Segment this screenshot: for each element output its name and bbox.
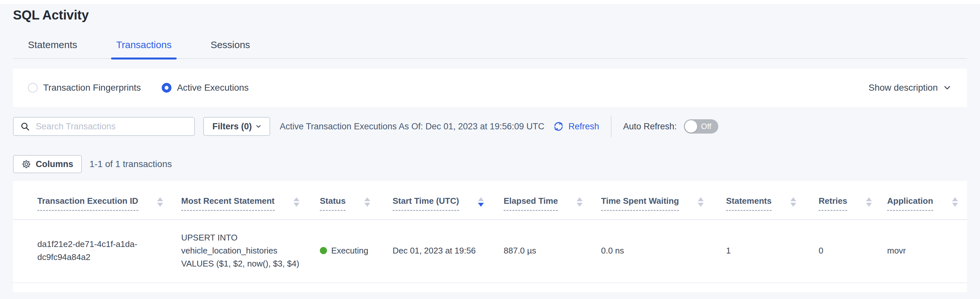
cell-statements: 1 [726,220,819,283]
cell-start-time: Dec 01, 2023 at 19:56 [393,220,504,283]
radio-circle-selected[interactable] [162,83,172,93]
filters-button[interactable]: Filters (0) [203,117,270,136]
tab-sessions[interactable]: Sessions [205,39,255,58]
sort-icon [952,197,958,207]
controls-row: Filters (0) Active Transaction Execution… [13,117,967,136]
column-header-start-time[interactable]: Start Time (UTC) [393,196,484,211]
cell-most-recent-statement: UPSERT INTO vehicle_location_histories V… [181,220,320,283]
auto-refresh-label: Auto Refresh: [623,122,677,132]
toggle-state-label: Off [701,122,711,131]
sort-icon [577,197,582,207]
sort-icon [294,197,299,207]
radio-active-executions[interactable]: Active Executions [162,83,249,93]
refresh-button[interactable]: Refresh [553,121,599,132]
sort-icon [698,197,704,207]
sort-icon-active-desc [478,197,484,207]
tab-bar: Statements Transactions Sessions [13,39,967,59]
toggle-knob [685,120,697,133]
cell-elapsed-time: 887.0 µs [504,220,601,283]
show-description-button[interactable]: Show description [869,83,951,93]
columns-button[interactable]: Columns [13,155,82,173]
search-input[interactable] [36,122,188,132]
cell-transaction-execution-id: da1f21e2-de71-4c1f-a1da-dc9fc94a84a2 [13,220,181,283]
page-header: SQL Activity Statements Transactions Ses… [0,4,980,59]
page-title: SQL Activity [13,8,967,22]
column-header-statements[interactable]: Statements [726,196,796,211]
search-box[interactable] [13,117,195,136]
auto-refresh-toggle[interactable]: Off [684,119,718,134]
column-header-most-recent-statement[interactable]: Most Recent Statement [181,196,299,211]
sort-icon [866,197,872,207]
column-header-retries[interactable]: Retries [819,196,872,211]
tab-statements[interactable]: Statements [23,39,83,58]
filters-button-label: Filters (0) [212,122,252,132]
vertical-divider [611,116,611,137]
sort-icon [364,197,370,207]
result-count: 1-1 of 1 transactions [90,159,172,169]
column-header-elapsed-time[interactable]: Elapsed Time [504,196,582,211]
top-strip [0,0,980,4]
column-header-status[interactable]: Status [320,196,370,211]
cell-time-spent-waiting: 0.0 ns [601,220,726,283]
refresh-label: Refresh [568,122,599,132]
transactions-table-card: Transaction Execution ID Most Recent Sta… [13,181,967,292]
column-header-transaction-execution-id[interactable]: Transaction Execution ID [37,196,163,211]
cell-status: Executing [320,220,393,283]
auto-refresh-control: Auto Refresh: Off [623,119,718,134]
table-header-row: Transaction Execution ID Most Recent Sta… [13,181,967,220]
as-of-text: Active Transaction Executions As Of: Dec… [280,122,544,132]
status-executing-dot-icon [320,247,327,254]
column-header-time-spent-waiting[interactable]: Time Spent Waiting [601,196,704,211]
radio-label: Active Executions [177,83,249,93]
view-mode-radio-group: Transaction Fingerprints Active Executio… [28,83,269,93]
chevron-down-icon [256,124,261,129]
sort-icon [791,197,796,207]
search-icon [20,122,30,131]
transactions-table: Transaction Execution ID Most Recent Sta… [13,181,967,283]
status-label: Executing [331,244,368,257]
column-header-application[interactable]: Application [887,196,958,211]
chevron-down-icon [943,84,951,91]
table-toolbar: Columns 1-1 of 1 transactions [13,155,967,173]
tab-transactions[interactable]: Transactions [111,39,177,58]
show-description-label: Show description [869,83,938,93]
radio-label: Transaction Fingerprints [43,83,141,93]
cell-retries: 0 [819,220,887,283]
radio-transaction-fingerprints[interactable]: Transaction Fingerprints [28,83,141,93]
table-row: da1f21e2-de71-4c1f-a1da-dc9fc94a84a2 UPS… [13,220,967,283]
refresh-icon [553,121,564,132]
columns-button-label: Columns [36,159,73,169]
gear-icon [21,159,31,169]
sort-icon [157,197,163,207]
view-options-card: Transaction Fingerprints Active Executio… [13,69,967,107]
radio-circle-unselected[interactable] [28,83,38,93]
cell-application: movr [887,220,967,283]
